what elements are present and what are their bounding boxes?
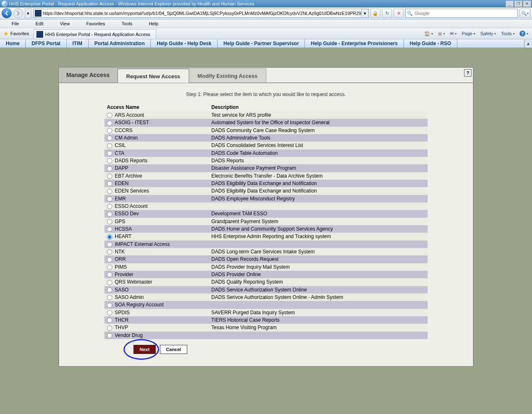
table-row: ORRDADS Open Records Request bbox=[104, 255, 428, 263]
cancel-button[interactable]: Cancel bbox=[160, 345, 187, 354]
menu-view[interactable]: View bbox=[52, 20, 78, 27]
portalnav-item[interactable]: Help Guide - Enterprise Provisioners bbox=[305, 39, 404, 48]
access-description: Texas Home Visiting Program bbox=[209, 324, 428, 331]
access-name: EBT Archive bbox=[115, 173, 142, 179]
access-radio[interactable] bbox=[107, 272, 112, 277]
access-description bbox=[209, 332, 428, 339]
lock-icon[interactable]: 🔒 bbox=[370, 9, 380, 18]
access-description: DADS Quality Reporting System bbox=[209, 278, 428, 286]
forward-button[interactable] bbox=[13, 8, 23, 18]
access-radio[interactable] bbox=[107, 219, 112, 224]
window-title: HHS Enterprise Portal - Request Applicat… bbox=[9, 1, 254, 6]
access-description bbox=[209, 202, 428, 210]
next-button[interactable]: Next bbox=[133, 345, 156, 354]
page-cmd-label: Page bbox=[462, 31, 472, 36]
access-name: GPS bbox=[115, 219, 125, 224]
access-radio[interactable] bbox=[107, 181, 112, 186]
tab-title: HHS Enterprise Portal - Request Applicat… bbox=[45, 32, 150, 37]
access-radio[interactable] bbox=[107, 113, 112, 118]
access-radio[interactable] bbox=[107, 325, 112, 331]
menu-tools[interactable]: Tools bbox=[114, 20, 141, 27]
menu-edit[interactable]: Edit bbox=[27, 20, 52, 27]
access-radio[interactable] bbox=[107, 303, 112, 308]
portalnav-item[interactable]: Help Guide - Partner Supervisor bbox=[218, 39, 305, 48]
access-radio[interactable] bbox=[107, 242, 112, 247]
portalnav-item[interactable]: ITIM bbox=[67, 39, 89, 48]
access-radio[interactable] bbox=[107, 234, 112, 240]
access-name: THCR bbox=[115, 317, 128, 323]
access-radio[interactable] bbox=[107, 212, 112, 217]
access-radio[interactable] bbox=[107, 318, 112, 323]
tools-cmd-button[interactable]: Tools▾ bbox=[500, 31, 516, 36]
access-name: THVP bbox=[115, 325, 128, 330]
access-description: DADS Open Records Request bbox=[209, 255, 428, 263]
menu-file[interactable]: File bbox=[3, 20, 27, 27]
table-row: SASODADS Service Authorization System On… bbox=[104, 286, 428, 294]
access-radio[interactable] bbox=[107, 265, 112, 270]
portalnav-scroll-up[interactable]: ▲ bbox=[524, 39, 532, 48]
access-radio[interactable] bbox=[107, 128, 112, 133]
access-radio[interactable] bbox=[107, 120, 112, 126]
portalnav-item[interactable]: Help Guide - Help Desk bbox=[151, 39, 218, 48]
home-cmd-button[interactable]: 🏠▾ bbox=[423, 31, 434, 36]
feeds-cmd-button[interactable]: ▦▾ bbox=[437, 31, 446, 36]
access-radio[interactable] bbox=[107, 151, 112, 156]
card-help-button[interactable]: ? bbox=[464, 69, 472, 77]
back-button[interactable] bbox=[2, 8, 12, 18]
portalnav-item[interactable]: Home bbox=[0, 39, 26, 48]
access-name: SASO Admin bbox=[115, 294, 144, 300]
tab-request-new-access[interactable]: Request New Access bbox=[118, 68, 189, 83]
portalnav-item[interactable]: Help Guide - RSO bbox=[404, 39, 457, 48]
access-name: HEART bbox=[115, 233, 131, 239]
search-field-wrap: 🔍 bbox=[405, 9, 518, 18]
url-dropdown[interactable]: ▾ bbox=[361, 9, 368, 17]
access-radio[interactable] bbox=[107, 158, 112, 164]
menu-favorites[interactable]: Favorites bbox=[78, 20, 113, 27]
page-cmd-button[interactable]: Page▾ bbox=[460, 31, 476, 36]
access-description bbox=[209, 241, 428, 248]
access-name: CCCRS bbox=[115, 128, 133, 133]
window-restore-button[interactable]: ❐ bbox=[514, 0, 522, 7]
window-close-button[interactable]: ✕ bbox=[523, 0, 531, 7]
access-radio[interactable] bbox=[107, 333, 112, 338]
access-radio[interactable] bbox=[107, 310, 112, 315]
help-cmd-button[interactable]: ?▾ bbox=[518, 31, 530, 36]
access-radio[interactable] bbox=[107, 287, 112, 293]
history-dropdown[interactable]: ▾ bbox=[25, 8, 31, 18]
portalnav-item[interactable]: DFPS Portal bbox=[26, 39, 66, 48]
portalnav-item[interactable]: Portal Administration bbox=[89, 39, 151, 48]
tab-modify-existing-access[interactable]: Modify Existing Access bbox=[189, 68, 266, 82]
access-radio[interactable] bbox=[107, 295, 112, 300]
card-header: Manage Access Request New Access Modify … bbox=[59, 67, 473, 83]
star-icon: ★ bbox=[3, 30, 9, 37]
access-name: SASO bbox=[115, 287, 128, 293]
table-row: SOA Registry Account bbox=[104, 301, 428, 308]
access-radio[interactable] bbox=[107, 189, 112, 194]
menu-help[interactable]: Help bbox=[140, 20, 167, 27]
access-description: DADS Employee Misconduct Registry bbox=[209, 195, 428, 202]
access-radio[interactable] bbox=[107, 143, 112, 149]
page-tab[interactable]: HHS Enterprise Portal - Request Applicat… bbox=[34, 29, 156, 39]
safety-cmd-button[interactable]: Safety▾ bbox=[479, 31, 497, 36]
home-icon: 🏠 bbox=[424, 31, 430, 36]
mail-cmd-button[interactable]: ✉▾ bbox=[449, 31, 458, 36]
search-input[interactable] bbox=[414, 11, 517, 16]
search-go-button[interactable]: 🔍▾ bbox=[520, 9, 530, 18]
window-minimize-button[interactable]: _ bbox=[505, 0, 514, 7]
access-description: Electronic Benefits Transfer - Data Arch… bbox=[209, 172, 428, 180]
access-radio[interactable] bbox=[107, 196, 112, 202]
access-radio[interactable] bbox=[107, 249, 112, 255]
access-radio[interactable] bbox=[107, 226, 112, 232]
access-radio[interactable] bbox=[107, 204, 112, 209]
favorites-button[interactable]: ★ Favorites bbox=[0, 28, 32, 39]
access-description: DADS Community Care Case Reading System bbox=[209, 127, 428, 134]
access-radio[interactable] bbox=[107, 135, 112, 141]
access-radio[interactable] bbox=[107, 280, 112, 285]
access-radio[interactable] bbox=[107, 166, 112, 171]
rss-icon: ▦ bbox=[438, 31, 442, 36]
refresh-button[interactable]: ↻ bbox=[382, 9, 392, 18]
access-radio[interactable] bbox=[107, 173, 112, 179]
url-input[interactable] bbox=[43, 11, 361, 16]
stop-button[interactable]: ✕ bbox=[394, 9, 404, 18]
access-radio[interactable] bbox=[107, 257, 112, 262]
